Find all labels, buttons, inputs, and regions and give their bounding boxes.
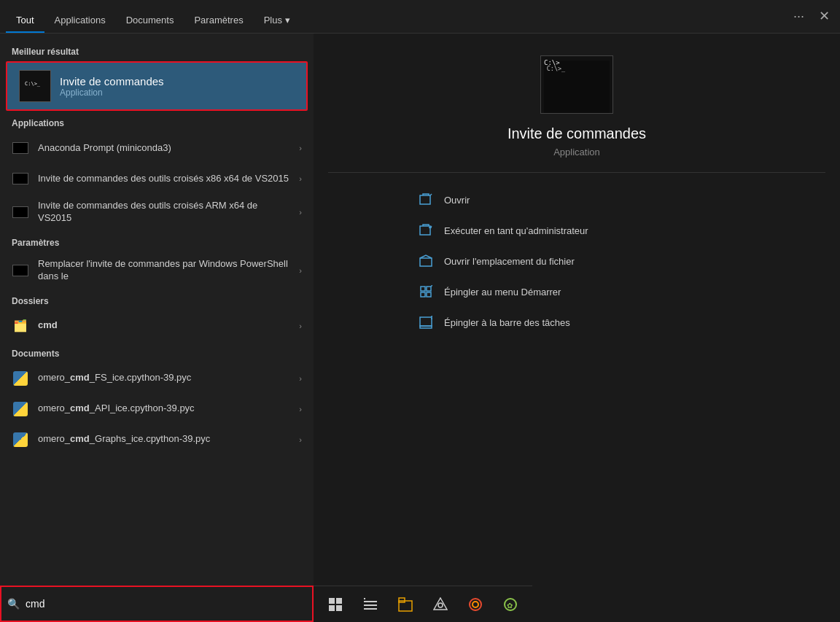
best-result-subtitle: Application xyxy=(60,88,164,98)
svg-rect-22 xyxy=(336,605,342,611)
chevron-right-icon-doc3: › xyxy=(299,435,302,444)
svg-line-14 xyxy=(431,285,432,287)
vs2015-x86-icon xyxy=(12,170,29,187)
best-result-header: Meilleur résultat xyxy=(0,39,314,61)
svg-point-30 xyxy=(438,603,443,607)
tab-applications[interactable]: Applications xyxy=(44,7,116,33)
svg-rect-19 xyxy=(329,598,335,604)
tab-plus[interactable]: Plus ▾ xyxy=(254,7,300,33)
svg-rect-28 xyxy=(399,598,405,602)
tab-tout[interactable]: Tout xyxy=(6,7,44,33)
tab-parametres[interactable]: Paramètres xyxy=(184,7,253,33)
pin-taskbar-icon xyxy=(418,314,434,330)
best-result-title: Invite de commandes xyxy=(60,75,164,88)
taskbar-view-button[interactable] xyxy=(354,588,386,621)
divider xyxy=(328,172,825,173)
action-list: Ouvrir Exécuter en tant qu'administrateu… xyxy=(409,184,744,338)
svg-rect-20 xyxy=(336,598,342,604)
taskbar: ✿ xyxy=(314,586,532,622)
svg-rect-13 xyxy=(427,292,431,297)
svg-rect-11 xyxy=(427,287,431,291)
svg-rect-26 xyxy=(364,598,365,599)
app-type-label: Application xyxy=(553,147,600,158)
chevron-down-icon: ▾ xyxy=(285,15,290,26)
applications-section-header: Applications xyxy=(0,111,314,133)
svg-rect-4 xyxy=(420,195,430,204)
taskbar-files-button[interactable] xyxy=(389,588,421,621)
action-pin-taskbar[interactable]: Épingler à la barre des tâches xyxy=(409,307,744,338)
svg-rect-12 xyxy=(421,292,425,297)
taskbar-firefox-button[interactable] xyxy=(459,588,491,621)
svg-rect-10 xyxy=(421,287,425,291)
cmd-folder-label: cmd xyxy=(38,319,290,332)
dossiers-section-header: Dossiers xyxy=(0,289,314,311)
svg-text:C:\>_: C:\>_ xyxy=(547,65,566,72)
anaconda-label: Anaconda Prompt (miniconda3) xyxy=(38,142,290,155)
svg-point-31 xyxy=(470,599,481,610)
app-preview-icon: C:\>_ xyxy=(540,55,613,114)
replace-cmd-label: Remplacer l'invite de commandes par Wind… xyxy=(38,258,290,283)
action-pin-start-label: Épingler au menu Démarrer xyxy=(444,287,561,298)
left-panel: Meilleur résultat C:\>_ Invite de comman… xyxy=(0,34,314,586)
close-button[interactable]: ✕ xyxy=(814,5,834,27)
taskbar-unity-button[interactable] xyxy=(424,588,456,621)
location-icon xyxy=(418,253,434,269)
action-admin[interactable]: Exécuter en tant qu'administrateur xyxy=(409,215,744,246)
taskbar-start-button[interactable] xyxy=(319,588,351,621)
best-result-app-icon: C:\>_ xyxy=(19,70,51,102)
replace-cmd-icon xyxy=(12,262,29,279)
doc2-icon xyxy=(12,400,29,418)
svg-rect-21 xyxy=(329,605,335,611)
bottom-area: 🔍 xyxy=(0,586,840,622)
tab-documents[interactable]: Documents xyxy=(116,7,184,33)
list-item-doc3[interactable]: omero_cmd_Graphs_ice.cpython-39.pyc › xyxy=(0,424,314,455)
doc2-label: omero_cmd_API_ice.cpython-39.pyc xyxy=(38,403,290,415)
search-bar: 🔍 xyxy=(0,586,314,622)
chevron-right-icon-cmdfolder: › xyxy=(299,322,302,330)
chevron-right-icon-doc1: › xyxy=(299,374,302,383)
list-item-vs2015-arm[interactable]: Invite de commandes des outils croisés A… xyxy=(0,194,314,230)
svg-rect-24 xyxy=(364,604,377,606)
svg-rect-9 xyxy=(420,258,432,266)
vs2015-arm-label: Invite de commandes des outils croisés A… xyxy=(38,200,290,225)
search-input[interactable] xyxy=(26,598,306,610)
chevron-right-icon-replacecmd: › xyxy=(299,266,302,275)
list-item-anaconda[interactable]: Anaconda Prompt (miniconda3) › xyxy=(0,133,314,163)
action-location-label: Ouvrir l'emplacement du fichier xyxy=(444,256,575,267)
doc1-icon xyxy=(12,370,29,387)
chevron-right-icon-vs2015arm: › xyxy=(299,208,302,217)
folder-icon: 🗂️ xyxy=(12,317,29,335)
action-open[interactable]: Ouvrir xyxy=(409,184,744,215)
chevron-right-icon-doc2: › xyxy=(299,405,302,413)
more-options-button[interactable]: ··· xyxy=(789,6,809,27)
list-item-replace-cmd[interactable]: Remplacer l'invite de commandes par Wind… xyxy=(0,252,314,289)
doc3-icon xyxy=(12,431,29,448)
vs2015-arm-icon xyxy=(12,203,29,221)
documents-section-header: Documents xyxy=(0,341,314,363)
doc3-label: omero_cmd_Graphs_ice.cpython-39.pyc xyxy=(38,433,290,446)
list-item-doc1[interactable]: omero_cmd_FS_ice.cpython-39.pyc › xyxy=(0,363,314,394)
doc1-label: omero_cmd_FS_ice.cpython-39.pyc xyxy=(38,372,290,384)
svg-point-32 xyxy=(472,602,478,607)
search-icon: 🔍 xyxy=(7,598,20,610)
admin-icon xyxy=(418,222,434,238)
best-result-section: Meilleur résultat C:\>_ Invite de comman… xyxy=(0,34,314,111)
action-pin-start[interactable]: Épingler au menu Démarrer xyxy=(409,276,744,307)
vs2015-x86-label: Invite de commandes des outils croisés x… xyxy=(38,173,290,185)
action-open-label: Ouvrir xyxy=(444,195,470,206)
svg-text:C:\>_: C:\>_ xyxy=(25,81,41,87)
best-result-item[interactable]: C:\>_ Invite de commandes Application xyxy=(6,61,308,111)
action-location[interactable]: Ouvrir l'emplacement du fichier xyxy=(409,246,744,276)
list-item-vs2015-x86[interactable]: Invite de commandes des outils croisés x… xyxy=(0,163,314,194)
anaconda-icon xyxy=(12,139,29,157)
svg-text:✿: ✿ xyxy=(507,602,513,610)
open-icon xyxy=(418,192,434,208)
svg-rect-6 xyxy=(420,226,430,235)
chevron-right-icon-vs2015x86: › xyxy=(299,174,302,183)
taskbar-other-button[interactable]: ✿ xyxy=(494,588,526,621)
main-content: Meilleur résultat C:\>_ Invite de comman… xyxy=(0,34,840,586)
svg-line-5 xyxy=(430,194,432,195)
list-item-cmd-folder[interactable]: 🗂️ cmd › xyxy=(0,311,314,341)
list-item-doc2[interactable]: omero_cmd_API_ice.cpython-39.pyc › xyxy=(0,394,314,424)
action-admin-label: Exécuter en tant qu'administrateur xyxy=(444,225,588,236)
